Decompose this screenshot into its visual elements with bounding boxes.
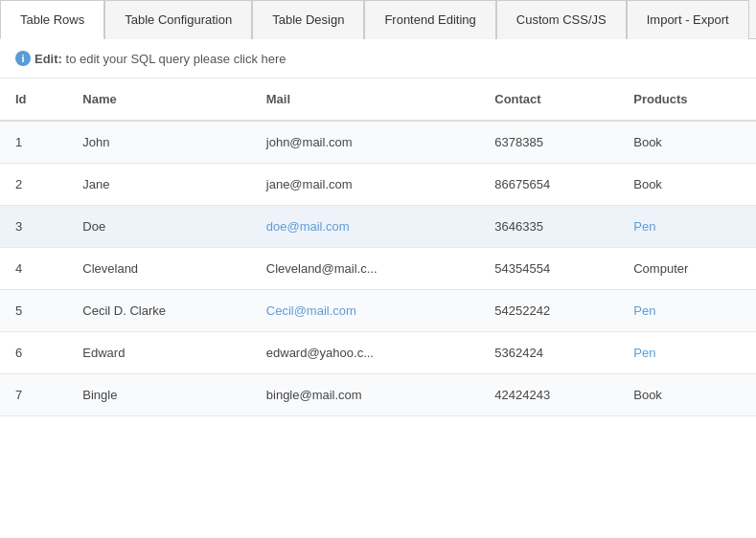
cell-contact: 42424243 bbox=[479, 374, 618, 416]
table-header-row: Id Name Mail Contact Products bbox=[0, 78, 756, 121]
cell-contact: 86675654 bbox=[479, 164, 618, 206]
col-header-name: Name bbox=[67, 78, 251, 121]
cell-mail: Cleveland@mail.c... bbox=[251, 248, 479, 290]
tab-table-configuration[interactable]: Table Configuration bbox=[104, 0, 252, 39]
cell-mail: edward@yahoo.c... bbox=[251, 332, 479, 374]
cell-contact: 5362424 bbox=[479, 332, 618, 374]
cell-id: 2 bbox=[0, 164, 67, 206]
info-icon: i bbox=[15, 51, 31, 66]
cell-mail: Cecil@mail.com bbox=[251, 290, 479, 332]
cell-products: Pen bbox=[618, 290, 756, 332]
col-header-products: Products bbox=[618, 78, 756, 121]
info-bar: i Edit: to edit your SQL query please cl… bbox=[0, 39, 756, 78]
info-prefix: Edit: to edit your SQL query please clic… bbox=[34, 52, 286, 66]
table-row: 6Edwardedward@yahoo.c...5362424Pen bbox=[0, 332, 756, 374]
table-row: 3Doedoe@mail.com3646335Pen bbox=[0, 206, 756, 248]
table-row: 4ClevelandCleveland@mail.c...54354554Com… bbox=[0, 248, 756, 290]
cell-mail: bingle@mail.com bbox=[251, 374, 479, 416]
cell-name: Doe bbox=[67, 206, 251, 248]
table-row: 1Johnjohn@mail.com6378385Book bbox=[0, 121, 756, 164]
cell-id: 5 bbox=[0, 290, 67, 332]
cell-mail: doe@mail.com bbox=[251, 206, 479, 248]
tab-table-rows[interactable]: Table Rows bbox=[0, 0, 104, 39]
cell-id: 1 bbox=[0, 121, 67, 164]
cell-id: 7 bbox=[0, 374, 67, 416]
cell-contact: 3646335 bbox=[479, 206, 618, 248]
cell-name: Edward bbox=[67, 332, 251, 374]
cell-contact: 54354554 bbox=[479, 248, 618, 290]
cell-name: Cleveland bbox=[67, 248, 251, 290]
tab-bar: Table Rows Table Configuration Table Des… bbox=[0, 0, 756, 39]
cell-contact: 6378385 bbox=[479, 121, 618, 164]
col-header-contact: Contact bbox=[479, 78, 618, 121]
data-table-wrapper: Id Name Mail Contact Products 1Johnjohn@… bbox=[0, 78, 756, 416]
cell-id: 6 bbox=[0, 332, 67, 374]
cell-id: 4 bbox=[0, 248, 67, 290]
cell-contact: 54252242 bbox=[479, 290, 618, 332]
cell-name: John bbox=[67, 121, 251, 164]
cell-products: Pen bbox=[618, 206, 756, 248]
cell-name: Bingle bbox=[67, 374, 251, 416]
cell-mail: john@mail.com bbox=[251, 121, 479, 164]
tab-import-export[interactable]: Import - Export bbox=[627, 0, 749, 39]
cell-products: Pen bbox=[618, 332, 756, 374]
table-row: 2Janejane@mail.com86675654Book bbox=[0, 164, 756, 206]
cell-products: Book bbox=[618, 164, 756, 206]
col-header-mail: Mail bbox=[251, 78, 479, 121]
table-row: 5Cecil D. ClarkeCecil@mail.com54252242Pe… bbox=[0, 290, 756, 332]
col-header-id: Id bbox=[0, 78, 67, 121]
data-table: Id Name Mail Contact Products 1Johnjohn@… bbox=[0, 78, 756, 416]
cell-products: Book bbox=[618, 121, 756, 164]
cell-products: Book bbox=[618, 374, 756, 416]
tab-frontend-editing[interactable]: Frontend Editing bbox=[364, 0, 495, 39]
cell-products: Computer bbox=[618, 248, 756, 290]
table-row: 7Binglebingle@mail.com42424243Book bbox=[0, 374, 756, 416]
cell-id: 3 bbox=[0, 206, 67, 248]
cell-name: Cecil D. Clarke bbox=[67, 290, 251, 332]
tab-custom-css-js[interactable]: Custom CSS/JS bbox=[496, 0, 627, 39]
tab-table-design[interactable]: Table Design bbox=[252, 0, 364, 39]
cell-mail: jane@mail.com bbox=[251, 164, 479, 206]
cell-name: Jane bbox=[67, 164, 251, 206]
